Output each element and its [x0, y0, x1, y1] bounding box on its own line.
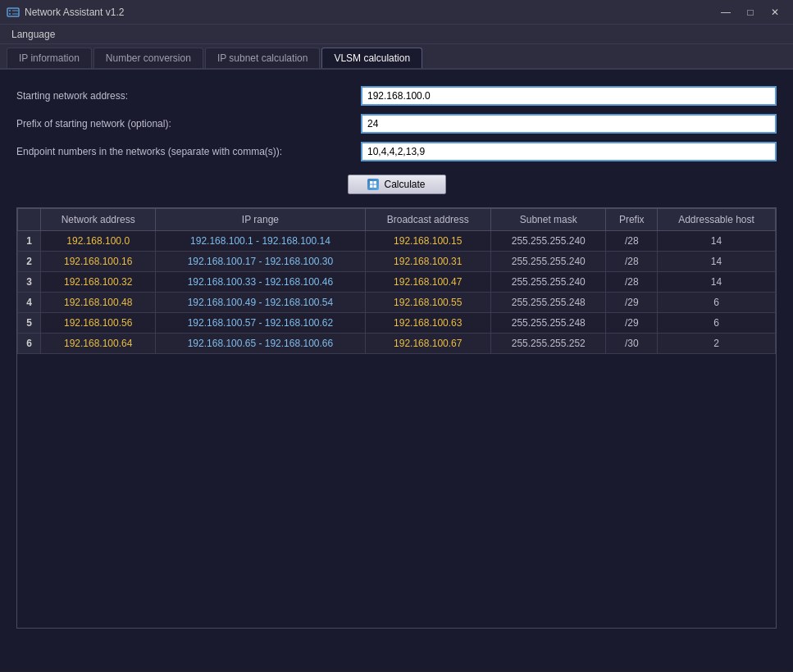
table-row: 2 192.168.100.16 192.168.100.17 - 192.16…: [18, 252, 776, 272]
form-section: Starting network address: Prefix of star…: [16, 86, 777, 161]
cell-prefix: /29: [606, 293, 658, 313]
table-row: 5 192.168.100.56 192.168.100.57 - 192.16…: [18, 313, 776, 334]
cell-index: 1: [18, 231, 41, 252]
svg-rect-0: [7, 8, 19, 16]
cell-broadcast: 192.168.100.31: [365, 252, 491, 272]
svg-point-3: [9, 13, 11, 15]
app-icon: [7, 6, 20, 19]
table-row: 3 192.168.100.32 192.168.100.33 - 192.16…: [18, 272, 776, 293]
svg-rect-6: [374, 181, 377, 184]
col-network: Network address: [41, 209, 156, 231]
starting-network-row: Starting network address:: [16, 86, 777, 106]
cell-broadcast: 192.168.100.67: [365, 334, 491, 354]
cell-hosts: 14: [658, 252, 776, 272]
table-row: 4 192.168.100.48 192.168.100.49 - 192.16…: [18, 293, 776, 313]
menu-language[interactable]: Language: [3, 27, 63, 42]
prefix-row: Prefix of starting network (optional):: [16, 114, 777, 134]
cell-index: 5: [18, 313, 41, 334]
cell-mask: 255.255.255.252: [491, 334, 606, 354]
close-button[interactable]: ✕: [763, 4, 786, 20]
cell-mask: 255.255.255.248: [491, 313, 606, 334]
cell-range: 192.168.100.33 - 192.168.100.46: [156, 272, 365, 293]
tab-ip-subnet[interactable]: IP subnet calculation: [205, 48, 321, 68]
cell-broadcast: 192.168.100.47: [365, 272, 491, 293]
col-mask: Subnet mask: [491, 209, 606, 231]
main-content: Starting network address: Prefix of star…: [0, 70, 793, 671]
endpoint-row: Endpoint numbers in the networks (separa…: [16, 142, 777, 161]
window-controls: — □ ✕: [714, 4, 786, 20]
menu-bar: Language: [0, 25, 793, 44]
cell-broadcast: 192.168.100.55: [365, 293, 491, 313]
cell-range: 192.168.100.57 - 192.168.100.62: [156, 313, 365, 334]
cell-index: 3: [18, 272, 41, 293]
cell-broadcast: 192.168.100.15: [365, 231, 491, 252]
cell-network: 192.168.100.64: [41, 334, 156, 354]
tabs-bar: IP information Number conversion IP subn…: [0, 44, 793, 70]
col-prefix: Prefix: [606, 209, 658, 231]
cell-prefix: /28: [606, 231, 658, 252]
cell-network: 192.168.100.48: [41, 293, 156, 313]
table-row: 6 192.168.100.64 192.168.100.65 - 192.16…: [18, 334, 776, 354]
cell-prefix: /30: [606, 334, 658, 354]
restore-button[interactable]: □: [739, 4, 762, 20]
cell-index: 6: [18, 334, 41, 354]
cell-range: 192.168.100.1 - 192.168.100.14: [156, 231, 365, 252]
results-table: Network address IP range Broadcast addre…: [17, 208, 776, 354]
starting-network-input[interactable]: [361, 86, 777, 106]
cell-hosts: 14: [658, 231, 776, 252]
cell-hosts: 6: [658, 313, 776, 334]
endpoint-input[interactable]: [361, 142, 777, 161]
starting-network-label: Starting network address:: [16, 90, 361, 102]
cell-prefix: /28: [606, 272, 658, 293]
minimize-button[interactable]: —: [714, 4, 737, 20]
col-index: [18, 209, 41, 231]
cell-range: 192.168.100.65 - 192.168.100.66: [156, 334, 365, 354]
cell-index: 4: [18, 293, 41, 313]
cell-mask: 255.255.255.240: [491, 272, 606, 293]
svg-rect-8: [374, 185, 377, 188]
calc-icon: [367, 179, 379, 190]
app-title: Network Assistant v1.2: [25, 7, 124, 18]
results-table-container[interactable]: Network address IP range Broadcast addre…: [16, 207, 777, 629]
cell-range: 192.168.100.17 - 192.168.100.30: [156, 252, 365, 272]
tab-ip-information[interactable]: IP information: [7, 48, 92, 68]
table-header-row: Network address IP range Broadcast addre…: [18, 209, 776, 231]
tab-number-conversion[interactable]: Number conversion: [93, 48, 203, 68]
cell-hosts: 14: [658, 272, 776, 293]
cell-mask: 255.255.255.248: [491, 293, 606, 313]
cell-network: 192.168.100.16: [41, 252, 156, 272]
cell-network: 192.168.100.56: [41, 313, 156, 334]
tab-vlsm-calculation[interactable]: VLSM calculation: [321, 48, 422, 68]
calculate-button[interactable]: Calculate: [348, 175, 446, 194]
title-bar: Network Assistant v1.2 — □ ✕: [0, 0, 793, 25]
col-range: IP range: [156, 209, 365, 231]
cell-mask: 255.255.255.240: [491, 252, 606, 272]
cell-broadcast: 192.168.100.63: [365, 313, 491, 334]
prefix-label: Prefix of starting network (optional):: [16, 118, 361, 129]
calculate-label: Calculate: [384, 179, 425, 190]
svg-rect-7: [370, 185, 373, 188]
svg-rect-5: [370, 181, 373, 184]
cell-network: 192.168.100.32: [41, 272, 156, 293]
cell-prefix: /28: [606, 252, 658, 272]
endpoint-label: Endpoint numbers in the networks (separa…: [16, 146, 361, 157]
col-broadcast: Broadcast address: [365, 209, 491, 231]
cell-hosts: 6: [658, 293, 776, 313]
cell-hosts: 2: [658, 334, 776, 354]
table-row: 1 192.168.100.0 192.168.100.1 - 192.168.…: [18, 231, 776, 252]
col-hosts: Addressable host: [658, 209, 776, 231]
cell-network: 192.168.100.0: [41, 231, 156, 252]
cell-range: 192.168.100.49 - 192.168.100.54: [156, 293, 365, 313]
cell-index: 2: [18, 252, 41, 272]
prefix-input[interactable]: [361, 114, 777, 134]
cell-mask: 255.255.255.240: [491, 231, 606, 252]
svg-point-1: [9, 10, 11, 11]
cell-prefix: /29: [606, 313, 658, 334]
